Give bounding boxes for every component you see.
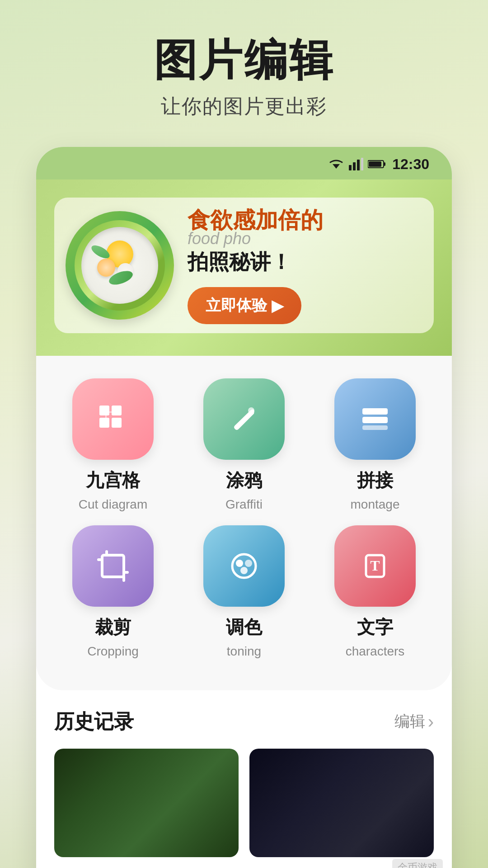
characters-label-cn: 文字 bbox=[357, 615, 393, 640]
svg-rect-12 bbox=[105, 406, 107, 428]
bottom-spacer: 金币游戏 bbox=[36, 866, 452, 868]
status-bar: 12:30 bbox=[36, 147, 452, 179]
banner-button-arrow: ▶ bbox=[272, 297, 283, 315]
montage-icon bbox=[357, 401, 393, 437]
svg-point-23 bbox=[232, 554, 256, 578]
history-chevron: › bbox=[428, 712, 434, 732]
feature-item-characters[interactable]: T 文字 characters bbox=[316, 525, 434, 659]
svg-text:T: T bbox=[370, 557, 380, 574]
svg-rect-16 bbox=[362, 417, 388, 423]
history-images bbox=[54, 749, 434, 857]
svg-rect-11 bbox=[112, 418, 122, 428]
feature-row-2: 裁剪 Cropping bbox=[54, 525, 434, 659]
svg-rect-4 bbox=[361, 158, 363, 170]
svg-rect-10 bbox=[99, 418, 109, 428]
toning-icon-wrap bbox=[203, 525, 285, 607]
feature-item-cut-diagram[interactable]: 九宫格 Cut diagram bbox=[54, 378, 172, 512]
svg-rect-7 bbox=[369, 161, 381, 167]
page-title: 图片编辑 bbox=[27, 36, 461, 84]
svg-point-26 bbox=[240, 567, 248, 574]
feature-item-graffiti[interactable]: 涂鸦 Graffiti bbox=[185, 378, 303, 512]
graffiti-icon-wrap bbox=[203, 378, 285, 460]
cropping-icon-wrap bbox=[72, 525, 154, 607]
history-edit-label: 编辑 bbox=[394, 711, 425, 732]
status-time: 12:30 bbox=[392, 156, 429, 173]
cut-diagram-label-en: Cut diagram bbox=[79, 497, 148, 512]
svg-rect-17 bbox=[362, 425, 388, 430]
wifi-icon bbox=[328, 158, 344, 170]
banner-image bbox=[66, 211, 174, 320]
history-thumb-1[interactable] bbox=[54, 749, 239, 857]
svg-rect-3 bbox=[357, 160, 360, 170]
svg-point-25 bbox=[245, 560, 252, 567]
graffiti-label-en: Graffiti bbox=[225, 497, 263, 512]
banner-experience-button[interactable]: 立即体验 ▶ bbox=[188, 287, 301, 324]
banner-button-label: 立即体验 bbox=[206, 295, 267, 316]
svg-point-14 bbox=[248, 407, 254, 414]
banner-bottom-text: 拍照秘讲！ bbox=[188, 248, 425, 276]
header: 图片编辑 让你的图片更出彩 bbox=[0, 0, 488, 133]
toning-label-en: toning bbox=[227, 644, 261, 659]
cut-diagram-icon bbox=[95, 401, 131, 437]
feature-item-cropping[interactable]: 裁剪 Cropping bbox=[54, 525, 172, 659]
graffiti-label-cn: 涂鸦 bbox=[226, 468, 262, 493]
banner-italic-text: food pho bbox=[188, 229, 425, 248]
banner-area: 食欲感加倍的 food pho 拍照秘讲！ 立即体验 ▶ bbox=[36, 179, 452, 356]
svg-rect-13 bbox=[99, 411, 122, 413]
svg-rect-6 bbox=[384, 162, 385, 166]
history-thumb-2[interactable] bbox=[249, 749, 434, 857]
toning-label-cn: 调色 bbox=[226, 615, 262, 640]
characters-label-en: characters bbox=[346, 644, 405, 659]
feature-row-1: 九宫格 Cut diagram 涂鸦 Graffiti bbox=[54, 378, 434, 512]
banner-card: 食欲感加倍的 food pho 拍照秘讲！ 立即体验 ▶ bbox=[54, 198, 434, 333]
banner-text-area: 食欲感加倍的 food pho 拍照秘讲！ 立即体验 ▶ bbox=[183, 198, 434, 333]
history-header: 历史记录 编辑 › bbox=[54, 708, 434, 735]
cut-diagram-label-cn: 九宫格 bbox=[86, 468, 140, 493]
cropping-icon bbox=[95, 548, 131, 584]
svg-rect-1 bbox=[349, 165, 352, 170]
feature-item-montage[interactable]: 拼接 montage bbox=[316, 378, 434, 512]
toning-icon bbox=[226, 548, 262, 584]
montage-label-en: montage bbox=[351, 497, 400, 512]
svg-point-24 bbox=[236, 560, 243, 567]
status-icons bbox=[328, 158, 386, 170]
cut-diagram-icon-wrap bbox=[72, 378, 154, 460]
cropping-label-cn: 裁剪 bbox=[95, 615, 131, 640]
page-container: 图片编辑 让你的图片更出彩 bbox=[0, 0, 488, 868]
characters-icon-wrap: T bbox=[334, 525, 416, 607]
montage-label-cn: 拼接 bbox=[357, 468, 393, 493]
sub-title: 让你的图片更出彩 bbox=[27, 93, 461, 120]
watermark: 金币游戏 bbox=[392, 859, 443, 868]
svg-rect-2 bbox=[353, 162, 356, 170]
phone-mockup: 12:30 bbox=[36, 147, 452, 868]
content-area: 九宫格 Cut diagram 涂鸦 Graffiti bbox=[36, 356, 452, 690]
history-title: 历史记录 bbox=[54, 708, 134, 735]
svg-rect-15 bbox=[362, 408, 388, 415]
history-edit-button[interactable]: 编辑 › bbox=[394, 711, 434, 732]
montage-icon-wrap bbox=[334, 378, 416, 460]
svg-marker-0 bbox=[333, 164, 340, 169]
feature-item-toning[interactable]: 调色 toning bbox=[185, 525, 303, 659]
characters-icon: T bbox=[357, 548, 393, 584]
history-section: 历史记录 编辑 › bbox=[36, 690, 452, 866]
graffiti-icon bbox=[226, 401, 262, 437]
cropping-label-en: Cropping bbox=[87, 644, 139, 659]
svg-rect-8 bbox=[99, 406, 109, 415]
svg-rect-9 bbox=[112, 406, 122, 415]
signal-icon bbox=[349, 158, 363, 170]
svg-rect-18 bbox=[102, 555, 124, 577]
battery-icon bbox=[368, 159, 386, 169]
